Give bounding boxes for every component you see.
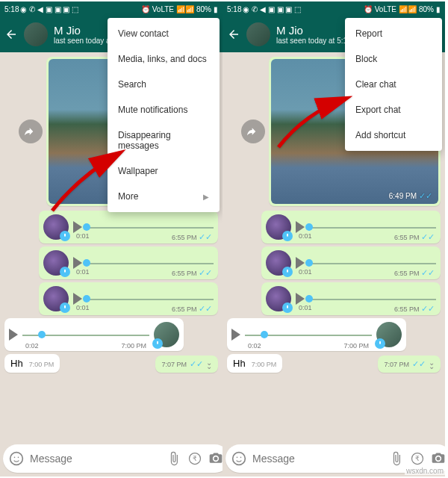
voice-time: 7:00 PM — [343, 342, 369, 350]
menu-mute[interactable]: Mute notifications — [108, 97, 220, 122]
voice-time: 7:00 PM — [121, 342, 146, 350]
voice-track[interactable] — [245, 329, 372, 341]
chevron-down-icon[interactable]: ⌄⌄ — [206, 361, 212, 368]
text-time: 7:07 PM — [384, 361, 409, 368]
voice-avatar — [266, 214, 291, 240]
message-input-bar: ₹ — [3, 444, 220, 474]
volte-icon: VoLTE — [152, 5, 174, 13]
status-bar: 5:18 ◉ ✆ ◀ ▣ ▣ ▣ ⬚ ⏰ VoLTE 📶📶 80% ▮ — [0, 1, 223, 16]
play-icon[interactable] — [73, 221, 82, 233]
voice-duration: 0:02 — [25, 342, 39, 350]
play-icon[interactable] — [9, 329, 18, 341]
menu-report[interactable]: Report — [345, 21, 442, 46]
voice-avatar — [43, 250, 69, 276]
rupee-icon[interactable]: ₹ — [410, 451, 425, 466]
play-icon[interactable] — [296, 293, 305, 305]
voice-track[interactable] — [87, 221, 214, 233]
play-icon[interactable] — [296, 257, 305, 269]
battery-text: 80% — [419, 5, 434, 13]
voice-message-out-2[interactable]: 0:016:55 PM ✓✓ — [261, 246, 441, 279]
back-arrow-icon[interactable] — [4, 28, 18, 41]
mic-badge-icon — [60, 302, 70, 313]
contact-avatar[interactable] — [24, 22, 48, 46]
menu-view-contact[interactable]: View contact — [108, 21, 220, 46]
voice-avatar — [43, 286, 69, 311]
menu-block[interactable]: Block — [345, 46, 442, 72]
read-ticks-icon: ✓✓ — [421, 268, 435, 277]
mic-badge-icon — [282, 302, 293, 313]
message-input[interactable] — [252, 453, 383, 465]
mic-badge-icon — [282, 267, 293, 277]
chevron-down-icon[interactable]: ⌄⌄ — [429, 361, 435, 368]
message-input-field[interactable]: ₹ — [3, 444, 223, 473]
read-ticks-icon: ✓✓ — [421, 304, 435, 313]
mic-badge-icon — [375, 338, 385, 349]
alarm-icon: ⏰ — [364, 5, 373, 13]
image-time: 6:49 PM — [389, 192, 417, 200]
voice-duration: 0:01 — [76, 304, 90, 314]
voice-avatar — [154, 322, 179, 347]
voice-duration: 0:01 — [76, 232, 90, 242]
read-ticks-icon: ✓✓ — [199, 268, 212, 277]
read-ticks-icon: ✓✓ — [419, 191, 432, 201]
emoji-icon[interactable] — [231, 451, 246, 466]
voice-track[interactable] — [309, 257, 436, 269]
voice-track[interactable] — [22, 329, 149, 341]
play-icon[interactable] — [296, 221, 305, 233]
voice-time: 6:55 PM — [172, 305, 197, 313]
voice-time: 6:55 PM — [394, 234, 420, 241]
play-icon[interactable] — [73, 293, 82, 305]
status-notif-icons: ◉ ✆ ◀ ▣ ▣ ▣ ⬚ — [243, 5, 301, 13]
voice-track[interactable] — [309, 221, 436, 233]
voice-message-out-1[interactable]: 0:016:55 PM ✓✓ — [261, 211, 441, 243]
voice-duration: 0:01 — [299, 232, 312, 242]
text-message-in[interactable]: Hh 7:00 PM — [4, 354, 60, 373]
status-notif-icons: ◉ ✆ ◀ ▣ ▣ ▣ ⬚ — [20, 5, 78, 13]
svg-point-2 — [18, 457, 19, 459]
text-message-out[interactable]: 7:07 PM ✓✓ ⌄⌄ — [378, 356, 441, 373]
play-icon[interactable] — [73, 257, 82, 269]
camera-icon[interactable] — [208, 451, 223, 466]
text-time: 7:00 PM — [29, 361, 55, 368]
menu-search[interactable]: Search — [108, 72, 220, 97]
voice-message-out-3[interactable]: 0:016:55 PM ✓✓ — [39, 282, 218, 315]
voice-message-out-2[interactable]: 0:016:55 PM ✓✓ — [39, 246, 218, 279]
rupee-icon[interactable]: ₹ — [187, 451, 202, 466]
text-time: 7:07 PM — [161, 361, 187, 368]
menu-media[interactable]: Media, links, and docs — [108, 46, 220, 72]
voice-message-in[interactable]: 0:027:00 PM — [227, 318, 406, 351]
text-message-out[interactable]: 7:07 PM ✓✓ ⌄⌄ — [155, 356, 218, 373]
attach-icon[interactable] — [389, 451, 404, 466]
attach-icon[interactable] — [167, 451, 181, 466]
voice-avatar — [376, 322, 402, 347]
status-bar: 5:18 ◉ ✆ ◀ ▣ ▣ ▣ ⬚ ⏰ VoLTE 📶📶 80% ▮ — [223, 1, 445, 16]
camera-icon[interactable] — [431, 451, 445, 466]
annotation-arrow — [275, 84, 364, 154]
svg-point-0 — [10, 453, 23, 465]
message-input[interactable] — [30, 453, 161, 465]
text-message-in[interactable]: Hh 7:00 PM — [227, 354, 282, 373]
chevron-right-icon: ▶ — [203, 193, 209, 201]
voice-track[interactable] — [309, 293, 436, 305]
svg-point-8 — [240, 457, 242, 459]
svg-text:₹: ₹ — [415, 455, 420, 462]
play-icon[interactable] — [231, 329, 240, 341]
watermark-text: wsxdn.com — [405, 467, 445, 475]
emoji-icon[interactable] — [9, 451, 24, 466]
voice-track[interactable] — [87, 293, 214, 305]
battery-icon: ▮ — [214, 5, 218, 13]
back-arrow-icon[interactable] — [227, 28, 240, 41]
text-content: Hh — [233, 358, 246, 369]
forward-button[interactable] — [19, 120, 43, 143]
contact-avatar[interactable] — [246, 22, 270, 46]
annotation-arrow — [49, 147, 138, 217]
voice-avatar — [266, 250, 291, 276]
signal-icon: 📶📶 — [399, 5, 417, 13]
voice-message-out-3[interactable]: 0:016:55 PM ✓✓ — [261, 282, 441, 315]
voice-track[interactable] — [87, 257, 214, 269]
forward-button[interactable] — [241, 120, 265, 143]
svg-point-1 — [14, 457, 16, 459]
voice-duration: 0:01 — [76, 268, 90, 278]
voice-duration: 0:02 — [248, 342, 261, 350]
voice-message-in[interactable]: 0:027:00 PM — [4, 318, 184, 351]
